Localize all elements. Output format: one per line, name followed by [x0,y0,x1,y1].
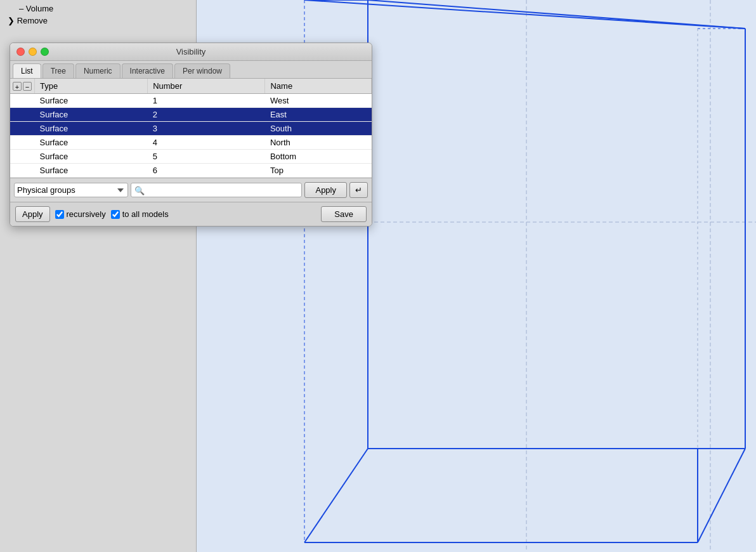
cell-name: South [265,122,372,136]
cell-type: Surface [35,94,148,108]
filter-bar: Physical groups All Surfaces Volumes Cur… [10,178,372,202]
cell-number: 5 [148,150,265,164]
close-button[interactable] [16,48,25,56]
recursively-checkbox[interactable] [55,210,64,219]
table-row[interactable]: Surface1West [10,94,372,108]
cell-number: 1 [148,94,265,108]
cell-type: Surface [35,122,148,136]
apply-button[interactable]: Apply [15,206,50,222]
cell-type: Surface [35,136,148,150]
dialog-title: Visibility [176,47,206,56]
col-type: Type [35,79,148,94]
menu-item-remove[interactable]: ❯ Remove [0,15,197,27]
cell-name: North [265,136,372,150]
col-name: Name [265,79,372,94]
table-row[interactable]: Surface2East [10,108,372,122]
table-row[interactable]: Surface5Bottom [10,150,372,164]
header-controls: + − [13,82,32,91]
to-all-models-label[interactable]: to all models [111,209,169,219]
cell-type: Surface [35,150,148,164]
search-wrapper: 🔍 [131,183,302,197]
back-button[interactable]: ↵ [349,182,368,198]
maximize-button[interactable] [41,48,49,56]
visibility-dialog: Visibility List Tree Numeric Interactive… [10,43,372,227]
minimize-button[interactable] [29,48,37,56]
cell-number: 6 [148,164,265,178]
tab-per-window[interactable]: Per window [174,63,230,78]
cell-name: Top [265,164,372,178]
cell-number: 3 [148,122,265,136]
table-container: + − Type Number Name Surface1WestSurface… [10,79,372,178]
tabs-container: List Tree Numeric Interactive Per window [10,61,372,79]
menu-items: – Volume ❯ Remove [0,0,197,29]
cell-number: 2 [148,108,265,122]
save-button[interactable]: Save [321,206,367,222]
menu-item-volume[interactable]: – Volume [0,3,197,15]
cell-name: West [265,94,372,108]
search-input[interactable] [131,183,302,197]
apply-filter-button[interactable]: Apply [304,182,347,198]
search-icon: 🔍 [134,185,145,195]
title-bar: Visibility [10,43,372,61]
table-row[interactable]: Surface6Top [10,164,372,178]
cell-name: East [265,108,372,122]
tab-tree[interactable]: Tree [42,63,74,78]
tab-list[interactable]: List [13,63,41,78]
recursively-label[interactable]: recursively [55,209,106,219]
cell-type: Surface [35,164,148,178]
minus-button[interactable]: − [23,82,32,91]
filter-dropdown[interactable]: Physical groups All Surfaces Volumes Cur… [14,183,128,197]
col-number: Number [148,79,265,94]
cell-number: 4 [148,136,265,150]
tab-numeric[interactable]: Numeric [75,63,121,78]
cell-name: Bottom [265,150,372,164]
plus-button[interactable]: + [13,82,22,91]
to-all-models-checkbox[interactable] [111,210,120,219]
traffic-lights [16,48,49,56]
table-row[interactable]: Surface4North [10,136,372,150]
action-bar: Apply recursively to all models Save [10,202,372,226]
cell-type: Surface [35,108,148,122]
table-row[interactable]: Surface3South [10,122,372,136]
visibility-table: + − Type Number Name Surface1WestSurface… [10,79,372,178]
tab-interactive[interactable]: Interactive [122,63,173,78]
